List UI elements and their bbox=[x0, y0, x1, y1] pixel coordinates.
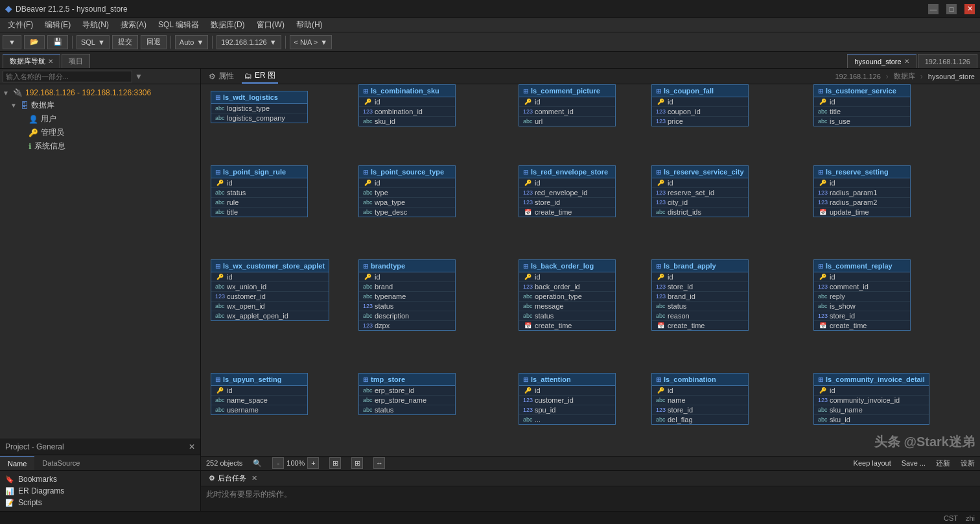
tasks-close[interactable]: ✕ bbox=[251, 474, 257, 482]
toolbar-save-btn[interactable]: 💾 bbox=[47, 35, 68, 49]
save-btn[interactable]: Save ... bbox=[902, 459, 926, 467]
er-table-brandtype[interactable]: ⊞brandtype🔑idabcbrandabctypename123statu… bbox=[358, 259, 456, 331]
project-tab-name[interactable]: Name bbox=[0, 456, 34, 470]
er-table-ls_comment_picture[interactable]: ⊞ls_comment_picture🔑id123comment_idabcur… bbox=[519, 84, 616, 126]
er-table-ls_point_sign_rule[interactable]: ⊞ls_point_sign_rule🔑idabcstatusabcruleab… bbox=[211, 165, 308, 217]
er-table-ls_point_source_type[interactable]: ⊞ls_point_source_type🔑idabctypeabcwpa_ty… bbox=[358, 165, 456, 217]
menu-database[interactable]: 数据库(D) bbox=[205, 18, 250, 32]
er-table-ls_reserve_service_city[interactable]: ⊞ls_reserve_service_city🔑id123reserve_se… bbox=[651, 165, 749, 217]
table-header-ls_wx_customer_store_applet: ⊞ls_wx_customer_store_applet bbox=[211, 260, 329, 272]
content-tab-er[interactable]: 🗂 ER 图 bbox=[242, 69, 278, 84]
er-canvas[interactable]: ⊞ls_wdt_logisticsabclogistics_typeabclog… bbox=[201, 84, 980, 456]
sidebar-search-input[interactable] bbox=[3, 71, 132, 82]
tab-host[interactable]: 192.168.1.126 bbox=[918, 54, 977, 68]
er-table-ls_reserve_setting[interactable]: ⊞ls_reserve_setting🔑id123radius_param112… bbox=[813, 165, 911, 217]
er-table-ls_community_invoice_detail[interactable]: ⊞ls_community_invoice_detail🔑id123commun… bbox=[813, 373, 929, 425]
pk-field-icon: 🔑 bbox=[215, 274, 224, 280]
minimize-button[interactable]: — bbox=[928, 4, 939, 14]
menu-nav[interactable]: 导航(N) bbox=[77, 18, 114, 32]
er-table-ls_red_envelope_store[interactable]: ⊞ls_red_envelope_store🔑id123red_envelope… bbox=[519, 165, 616, 217]
field-name: create_time bbox=[535, 322, 572, 329]
field-name: erp_store_name bbox=[375, 396, 426, 404]
tab-project[interactable]: 项目 bbox=[62, 54, 90, 68]
er-table-ls_wx_customer_store_applet[interactable]: ⊞ls_wx_customer_store_applet🔑idabcwx_uni… bbox=[211, 259, 329, 321]
bottom-tab-tasks[interactable]: ⚙ 后台任务 ✕ bbox=[204, 472, 262, 484]
toolbar-rollback-btn[interactable]: 回退 bbox=[141, 35, 167, 49]
field-name: store_id bbox=[668, 406, 693, 414]
toolbar-commit-btn[interactable]: 提交 bbox=[112, 35, 138, 49]
field-name: store_id bbox=[830, 312, 855, 320]
zoom-out-btn[interactable]: - bbox=[272, 457, 284, 469]
toolbar-host-dropdown[interactable]: 192.168.1.126 ▼ bbox=[216, 35, 281, 49]
table-title-tmp_store: tmp_store bbox=[371, 375, 405, 383]
tab-db-navigator[interactable]: 数据库导航 ✕ bbox=[3, 54, 60, 68]
tree-admin[interactable]: 🔑 管理员 bbox=[0, 126, 200, 139]
toolbar-open-btn[interactable]: 📂 bbox=[24, 35, 45, 49]
field-name: id bbox=[227, 273, 233, 281]
menu-sql-editor[interactable]: SQL 编辑器 bbox=[153, 18, 204, 32]
tree-users[interactable]: 👤 用户 bbox=[0, 112, 200, 126]
table-field: 🔑id bbox=[519, 97, 615, 107]
zoom-in-btn[interactable]: + bbox=[307, 457, 319, 469]
num-field-icon: 123 bbox=[523, 283, 532, 290]
er-table-ls_back_order_log[interactable]: ⊞ls_back_order_log🔑id123back_order_idabc… bbox=[519, 259, 616, 331]
num-field-icon: 123 bbox=[363, 322, 372, 329]
project-item-bookmarks[interactable]: 🔖 Bookmarks bbox=[0, 473, 200, 485]
table-title-ls_customer_service: ls_customer_service bbox=[826, 87, 896, 95]
field-name: combination_id bbox=[375, 108, 423, 115]
er-table-ls_brand_apply[interactable]: ⊞ls_brand_apply🔑id123store_id123brand_id… bbox=[651, 259, 749, 331]
project-close-icon[interactable]: ✕ bbox=[189, 442, 195, 451]
er-table-ls_coupon_fall[interactable]: ⊞ls_coupon_fall🔑id123coupon_id123price bbox=[651, 84, 749, 126]
project-tab-datasource[interactable]: DataSource bbox=[34, 456, 88, 470]
sidebar-filter-icon[interactable]: ▼ bbox=[135, 72, 143, 81]
field-name: erp_store_id bbox=[375, 387, 414, 394]
table-title-ls_brand_apply: ls_brand_apply bbox=[664, 262, 716, 270]
toolbar-na-dropdown[interactable]: < N/A > ▼ bbox=[290, 35, 332, 49]
toolbar-auto-dropdown[interactable]: Auto ▼ bbox=[175, 35, 209, 49]
table-header-ls_back_order_log: ⊞ls_back_order_log bbox=[519, 260, 615, 272]
tree-sysinfo[interactable]: ℹ 系统信息 bbox=[0, 139, 200, 153]
tab-db-navigator-close[interactable]: ✕ bbox=[48, 58, 53, 65]
er-table-ls_attention[interactable]: ⊞ls_attention🔑id123customer_id123spu_ida… bbox=[519, 373, 616, 425]
menu-search[interactable]: 搜索(A) bbox=[115, 18, 152, 32]
toolbar-sql-dropdown[interactable]: SQL ▼ bbox=[76, 35, 110, 49]
menu-edit[interactable]: 编辑(E) bbox=[40, 18, 76, 32]
project-item-scripts[interactable]: 📝 Scripts bbox=[0, 497, 200, 508]
toolbar-new-btn[interactable]: ▼ bbox=[3, 35, 21, 49]
er-table-ls_wdt_logistics[interactable]: ⊞ls_wdt_logisticsabclogistics_typeabclog… bbox=[211, 91, 308, 123]
table-icon: ⊞ bbox=[656, 88, 661, 95]
refresh-btn[interactable]: 还新 bbox=[936, 458, 950, 468]
pk-field-icon: 🔑 bbox=[363, 99, 372, 105]
bottom-panel: ⚙ 后台任务 ✕ 此时没有要显示的操作。 bbox=[201, 470, 980, 511]
breadcrumb-schema: hysound_store bbox=[928, 73, 975, 80]
project-item-er-diagrams[interactable]: 📊 ER Diagrams bbox=[0, 485, 200, 497]
er-table-ls_combination_sku[interactable]: ⊞ls_combination_sku🔑id123combination_ida… bbox=[358, 84, 456, 126]
tree-connection[interactable]: ▼ 🔌 192.168.1.126 - 192.168.1.126:3306 bbox=[0, 87, 200, 99]
menu-window[interactable]: 窗口(W) bbox=[251, 18, 290, 32]
field-name: customer_id bbox=[227, 292, 266, 300]
keep-layout-btn[interactable]: Keep layout bbox=[854, 459, 891, 467]
menu-file[interactable]: 文件(F) bbox=[3, 18, 38, 32]
er-table-tmp_store[interactable]: ⊞tmp_storeabcerp_store_idabcerp_store_na… bbox=[358, 373, 456, 415]
er-table-ls_customer_service[interactable]: ⊞ls_customer_service🔑idabctitleabcis_use bbox=[813, 84, 911, 126]
maximize-button[interactable]: □ bbox=[946, 4, 957, 14]
table-field: abcerp_store_id bbox=[359, 386, 455, 396]
close-button[interactable]: ✕ bbox=[964, 4, 975, 14]
er-table-ls_upyun_setting[interactable]: ⊞ls_upyun_setting🔑idabcname_spaceabcuser… bbox=[211, 373, 308, 415]
content-tab-properties[interactable]: ⚙ 属性 bbox=[206, 69, 237, 83]
er-table-ls_comment_replay[interactable]: ⊞ls_comment_replay🔑id123comment_idabcrep… bbox=[813, 259, 911, 331]
menu-help[interactable]: 帮助(H) bbox=[291, 18, 328, 32]
pk-field-icon: 🔑 bbox=[818, 99, 827, 105]
table-header-ls_combination: ⊞ls_combination bbox=[652, 374, 748, 386]
grid-btn[interactable]: ⊞ bbox=[351, 457, 363, 469]
table-field: abclogistics_company bbox=[211, 113, 307, 123]
layout-btn[interactable]: ↔ bbox=[373, 457, 385, 469]
fit-icon-btn[interactable]: ⊞ bbox=[329, 457, 341, 469]
er-table-ls_combination[interactable]: ⊞ls_combination🔑idabcname123store_idabcd… bbox=[651, 373, 749, 425]
settings-btn[interactable]: 设新 bbox=[961, 458, 975, 468]
tab-hysound-store[interactable]: hysound_store ✕ bbox=[847, 54, 916, 68]
tab-hysound-close[interactable]: ✕ bbox=[904, 58, 909, 65]
pk-field-icon: 🔑 bbox=[818, 180, 827, 186]
status-search-icon[interactable]: 🔍 bbox=[253, 459, 262, 468]
tree-databases[interactable]: ▼ 🗄 数据库 bbox=[0, 99, 200, 112]
